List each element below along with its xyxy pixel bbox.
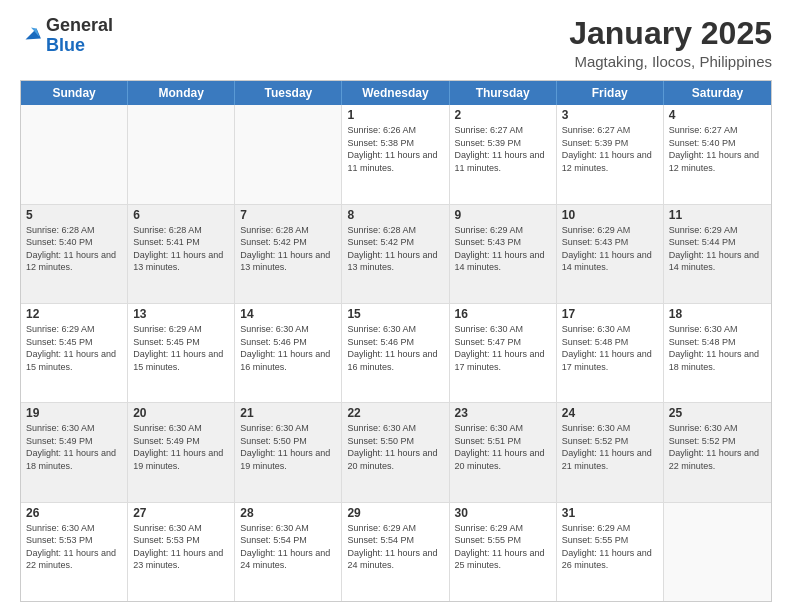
title-block: January 2025 Magtaking, Ilocos, Philippi…: [569, 16, 772, 70]
day-info: Sunrise: 6:26 AMSunset: 5:38 PMDaylight:…: [347, 124, 443, 174]
day-info: Sunrise: 6:30 AMSunset: 5:54 PMDaylight:…: [240, 522, 336, 572]
calendar-cell: 28Sunrise: 6:30 AMSunset: 5:54 PMDayligh…: [235, 503, 342, 601]
day-number: 20: [133, 406, 229, 420]
day-number: 7: [240, 208, 336, 222]
day-info: Sunrise: 6:29 AMSunset: 5:55 PMDaylight:…: [455, 522, 551, 572]
day-number: 27: [133, 506, 229, 520]
day-info: Sunrise: 6:30 AMSunset: 5:53 PMDaylight:…: [133, 522, 229, 572]
calendar-cell: 14Sunrise: 6:30 AMSunset: 5:46 PMDayligh…: [235, 304, 342, 402]
calendar-cell: 20Sunrise: 6:30 AMSunset: 5:49 PMDayligh…: [128, 403, 235, 501]
calendar-cell: [21, 105, 128, 203]
day-info: Sunrise: 6:29 AMSunset: 5:45 PMDaylight:…: [133, 323, 229, 373]
day-info: Sunrise: 6:30 AMSunset: 5:50 PMDaylight:…: [240, 422, 336, 472]
calendar-cell: 11Sunrise: 6:29 AMSunset: 5:44 PMDayligh…: [664, 205, 771, 303]
day-number: 22: [347, 406, 443, 420]
calendar-week: 19Sunrise: 6:30 AMSunset: 5:49 PMDayligh…: [21, 403, 771, 502]
day-number: 31: [562, 506, 658, 520]
day-number: 12: [26, 307, 122, 321]
day-info: Sunrise: 6:29 AMSunset: 5:45 PMDaylight:…: [26, 323, 122, 373]
calendar-cell: 25Sunrise: 6:30 AMSunset: 5:52 PMDayligh…: [664, 403, 771, 501]
day-info: Sunrise: 6:28 AMSunset: 5:42 PMDaylight:…: [347, 224, 443, 274]
day-info: Sunrise: 6:30 AMSunset: 5:52 PMDaylight:…: [562, 422, 658, 472]
day-number: 28: [240, 506, 336, 520]
day-number: 8: [347, 208, 443, 222]
day-info: Sunrise: 6:29 AMSunset: 5:43 PMDaylight:…: [455, 224, 551, 274]
day-info: Sunrise: 6:30 AMSunset: 5:50 PMDaylight:…: [347, 422, 443, 472]
day-number: 16: [455, 307, 551, 321]
calendar-header-cell: Thursday: [450, 81, 557, 105]
day-number: 2: [455, 108, 551, 122]
calendar-cell: 12Sunrise: 6:29 AMSunset: 5:45 PMDayligh…: [21, 304, 128, 402]
calendar-cell: [128, 105, 235, 203]
header: General Blue January 2025 Magtaking, Ilo…: [20, 16, 772, 70]
calendar-cell: 31Sunrise: 6:29 AMSunset: 5:55 PMDayligh…: [557, 503, 664, 601]
day-number: 1: [347, 108, 443, 122]
calendar-cell: 13Sunrise: 6:29 AMSunset: 5:45 PMDayligh…: [128, 304, 235, 402]
day-number: 3: [562, 108, 658, 122]
calendar-cell: 17Sunrise: 6:30 AMSunset: 5:48 PMDayligh…: [557, 304, 664, 402]
day-info: Sunrise: 6:30 AMSunset: 5:51 PMDaylight:…: [455, 422, 551, 472]
day-number: 18: [669, 307, 766, 321]
calendar-cell: 23Sunrise: 6:30 AMSunset: 5:51 PMDayligh…: [450, 403, 557, 501]
day-number: 9: [455, 208, 551, 222]
day-number: 30: [455, 506, 551, 520]
day-info: Sunrise: 6:30 AMSunset: 5:46 PMDaylight:…: [240, 323, 336, 373]
day-info: Sunrise: 6:30 AMSunset: 5:46 PMDaylight:…: [347, 323, 443, 373]
day-info: Sunrise: 6:30 AMSunset: 5:52 PMDaylight:…: [669, 422, 766, 472]
calendar-header-cell: Saturday: [664, 81, 771, 105]
calendar-cell: 1Sunrise: 6:26 AMSunset: 5:38 PMDaylight…: [342, 105, 449, 203]
day-info: Sunrise: 6:29 AMSunset: 5:54 PMDaylight:…: [347, 522, 443, 572]
page-title: January 2025: [569, 16, 772, 51]
calendar-header-cell: Wednesday: [342, 81, 449, 105]
day-info: Sunrise: 6:27 AMSunset: 5:40 PMDaylight:…: [669, 124, 766, 174]
logo-icon: [20, 23, 42, 45]
page: General Blue January 2025 Magtaking, Ilo…: [0, 0, 792, 612]
day-number: 26: [26, 506, 122, 520]
calendar-cell: 24Sunrise: 6:30 AMSunset: 5:52 PMDayligh…: [557, 403, 664, 501]
day-number: 15: [347, 307, 443, 321]
day-info: Sunrise: 6:30 AMSunset: 5:48 PMDaylight:…: [669, 323, 766, 373]
day-number: 25: [669, 406, 766, 420]
calendar-cell: [664, 503, 771, 601]
calendar-cell: 18Sunrise: 6:30 AMSunset: 5:48 PMDayligh…: [664, 304, 771, 402]
calendar-cell: 29Sunrise: 6:29 AMSunset: 5:54 PMDayligh…: [342, 503, 449, 601]
calendar-cell: 2Sunrise: 6:27 AMSunset: 5:39 PMDaylight…: [450, 105, 557, 203]
calendar-cell: 16Sunrise: 6:30 AMSunset: 5:47 PMDayligh…: [450, 304, 557, 402]
calendar-cell: 7Sunrise: 6:28 AMSunset: 5:42 PMDaylight…: [235, 205, 342, 303]
calendar-week: 12Sunrise: 6:29 AMSunset: 5:45 PMDayligh…: [21, 304, 771, 403]
calendar-cell: 6Sunrise: 6:28 AMSunset: 5:41 PMDaylight…: [128, 205, 235, 303]
calendar-week: 5Sunrise: 6:28 AMSunset: 5:40 PMDaylight…: [21, 205, 771, 304]
calendar-cell: [235, 105, 342, 203]
calendar: SundayMondayTuesdayWednesdayThursdayFrid…: [20, 80, 772, 602]
day-info: Sunrise: 6:28 AMSunset: 5:41 PMDaylight:…: [133, 224, 229, 274]
calendar-week: 26Sunrise: 6:30 AMSunset: 5:53 PMDayligh…: [21, 503, 771, 601]
calendar-cell: 5Sunrise: 6:28 AMSunset: 5:40 PMDaylight…: [21, 205, 128, 303]
day-info: Sunrise: 6:30 AMSunset: 5:48 PMDaylight:…: [562, 323, 658, 373]
day-number: 11: [669, 208, 766, 222]
calendar-cell: 22Sunrise: 6:30 AMSunset: 5:50 PMDayligh…: [342, 403, 449, 501]
day-number: 10: [562, 208, 658, 222]
day-info: Sunrise: 6:29 AMSunset: 5:55 PMDaylight:…: [562, 522, 658, 572]
calendar-cell: 10Sunrise: 6:29 AMSunset: 5:43 PMDayligh…: [557, 205, 664, 303]
logo: General Blue: [20, 16, 113, 56]
day-info: Sunrise: 6:30 AMSunset: 5:49 PMDaylight:…: [133, 422, 229, 472]
calendar-cell: 8Sunrise: 6:28 AMSunset: 5:42 PMDaylight…: [342, 205, 449, 303]
calendar-header: SundayMondayTuesdayWednesdayThursdayFrid…: [21, 81, 771, 105]
day-number: 6: [133, 208, 229, 222]
day-number: 14: [240, 307, 336, 321]
day-info: Sunrise: 6:28 AMSunset: 5:40 PMDaylight:…: [26, 224, 122, 274]
day-info: Sunrise: 6:30 AMSunset: 5:53 PMDaylight:…: [26, 522, 122, 572]
calendar-cell: 19Sunrise: 6:30 AMSunset: 5:49 PMDayligh…: [21, 403, 128, 501]
calendar-cell: 21Sunrise: 6:30 AMSunset: 5:50 PMDayligh…: [235, 403, 342, 501]
calendar-header-cell: Friday: [557, 81, 664, 105]
day-number: 24: [562, 406, 658, 420]
calendar-cell: 4Sunrise: 6:27 AMSunset: 5:40 PMDaylight…: [664, 105, 771, 203]
calendar-body: 1Sunrise: 6:26 AMSunset: 5:38 PMDaylight…: [21, 105, 771, 601]
calendar-week: 1Sunrise: 6:26 AMSunset: 5:38 PMDaylight…: [21, 105, 771, 204]
logo-blue: Blue: [46, 36, 113, 56]
calendar-cell: 15Sunrise: 6:30 AMSunset: 5:46 PMDayligh…: [342, 304, 449, 402]
day-number: 23: [455, 406, 551, 420]
calendar-cell: 3Sunrise: 6:27 AMSunset: 5:39 PMDaylight…: [557, 105, 664, 203]
calendar-cell: 30Sunrise: 6:29 AMSunset: 5:55 PMDayligh…: [450, 503, 557, 601]
calendar-header-cell: Sunday: [21, 81, 128, 105]
